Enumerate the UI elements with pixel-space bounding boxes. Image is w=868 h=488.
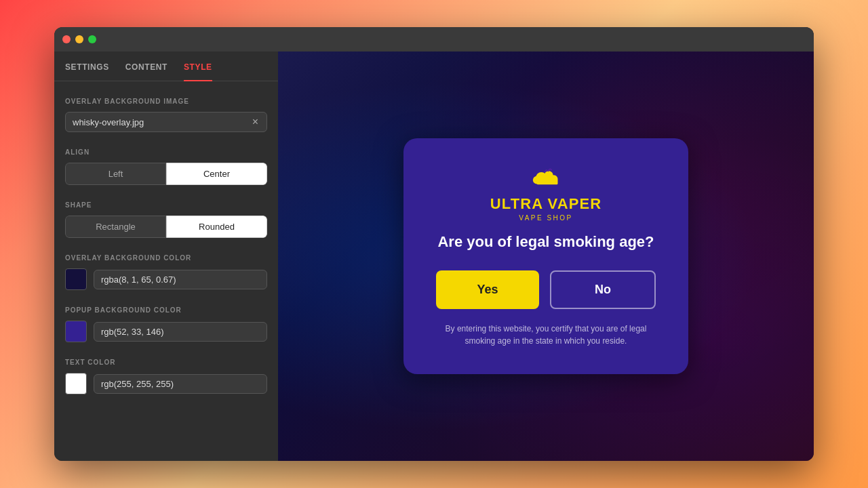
app-window: SETTINGS CONTENT STYLE OVERLAY BACKGROUN… [54,27,814,461]
tab-content[interactable]: CONTENT [125,52,167,81]
text-color-row: rgb(255, 255, 255) [65,373,267,394]
tabs-bar: SETTINGS CONTENT STYLE [54,52,278,81]
age-verification-popup: ULTRA VAPER VAPE SHOP Are you of legal s… [403,138,688,375]
no-button[interactable]: No [550,270,656,309]
tab-style[interactable]: STYLE [184,52,212,81]
brand-ultra-text: ULTRA VAPER [490,195,601,213]
overlay-bg-image-label: OVERLAY BACKGROUND IMAGE [65,98,267,105]
align-label: ALIGN [65,148,267,156]
preview-area: ULTRA VAPER VAPE SHOP Are you of legal s… [278,52,814,461]
text-color-label: TEXT COLOR [65,359,267,366]
traffic-light-fullscreen[interactable] [88,35,96,43]
brand-logo: ULTRA VAPER VAPE SHOP [490,165,601,222]
popup-question: Are you of legal smoking age? [437,232,654,252]
shape-rectangle-btn[interactable]: Rectangle [65,216,166,238]
popup-bg-color-value: rgb(52, 33, 146) [94,322,267,342]
align-section: ALIGN Left Center [54,148,278,185]
text-color-swatch[interactable] [65,373,87,394]
overlay-bg-image-filename: whisky-overlay.jpg [73,117,245,127]
overlay-bg-color-swatch[interactable] [65,268,87,290]
overlay-bg-color-row: rgba(8, 1, 65, 0.67) [65,268,267,290]
text-color-value: rgb(255, 255, 255) [94,374,267,394]
shape-label: SHAPE [65,201,267,209]
popup-bg-color-section: POPUP BACKGROUND COLOR rgb(52, 33, 146) [54,306,278,342]
brand-sub-text: VAPE SHOP [519,214,573,222]
popup-bg-color-swatch[interactable] [65,321,87,342]
shape-section: SHAPE Rectangle Rounded [54,201,278,238]
overlay-bg-color-value: rgba(8, 1, 65, 0.67) [94,270,267,289]
popup-bg-color-label: POPUP BACKGROUND COLOR [65,306,267,314]
overlay-bg-image-input[interactable]: whisky-overlay.jpg × [65,112,267,132]
align-left-btn[interactable]: Left [65,163,166,185]
yes-button[interactable]: Yes [436,270,539,309]
shape-rounded-btn[interactable]: Rounded [166,216,267,238]
overlay-bg-color-section: OVERLAY BACKGROUND COLOR rgba(8, 1, 65, … [54,254,278,290]
traffic-lights [62,35,96,43]
popup-bg-color-row: rgb(52, 33, 146) [65,321,267,342]
window-body: SETTINGS CONTENT STYLE OVERLAY BACKGROUN… [54,52,814,461]
traffic-light-minimize[interactable] [75,35,83,43]
titlebar [54,27,814,52]
logo-svg-icon [529,165,563,192]
text-color-section: TEXT COLOR rgb(255, 255, 255) [54,359,278,394]
overlay-bg-image-section: OVERLAY BACKGROUND IMAGE whisky-overlay.… [54,98,278,132]
svg-rect-4 [537,179,558,184]
popup-disclaimer: By entering this website, you certify th… [436,323,656,347]
shape-toggle-group: Rectangle Rounded [65,216,267,238]
tab-settings[interactable]: SETTINGS [65,52,109,81]
align-center-btn[interactable]: Center [166,163,267,185]
align-toggle-group: Left Center [65,163,267,185]
traffic-light-close[interactable] [62,35,71,43]
brand-name: ULTRA VAPER VAPE SHOP [490,195,601,222]
overlay-bg-color-label: OVERLAY BACKGROUND COLOR [65,254,267,262]
overlay-bg-image-clear[interactable]: × [251,117,260,127]
left-panel: SETTINGS CONTENT STYLE OVERLAY BACKGROUN… [54,52,278,461]
popup-buttons: Yes No [436,270,656,309]
